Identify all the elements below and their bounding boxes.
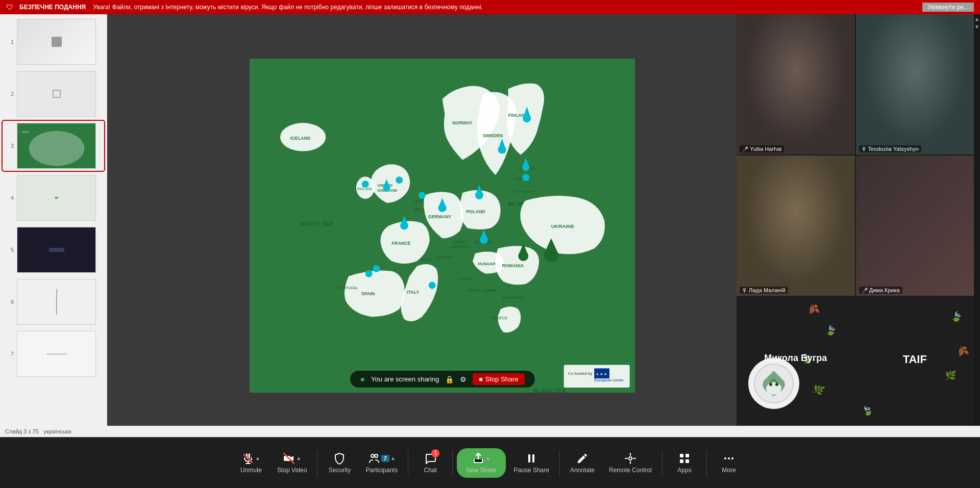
stop-video-icon-wrap: ▲ xyxy=(283,452,301,465)
unmute-caret[interactable]: ▲ xyxy=(255,455,260,461)
apps-label: Apps xyxy=(677,467,691,474)
chat-badge: 1 xyxy=(431,449,439,457)
video-tile-teodoziia: 🎙 Teodoziia Yatsyshyn xyxy=(856,14,974,155)
mic-off-icon xyxy=(242,452,254,465)
slide-thumb-7[interactable]: 7 xyxy=(3,329,104,379)
chat-button[interactable]: 1 Chat xyxy=(412,448,448,478)
participants-button[interactable]: 7 ▲ Participants xyxy=(359,448,404,478)
slide-preview-2 xyxy=(17,71,96,117)
svg-text:BULGARIA: BULGARIA xyxy=(503,295,524,300)
svg-rect-87 xyxy=(685,454,689,457)
annotate-icon xyxy=(576,452,589,465)
video-tile-lada: 🎙 Лада Маланій xyxy=(737,156,855,296)
svg-text:IRELAND: IRELAND xyxy=(357,187,373,191)
slide-number-6: 6 xyxy=(6,299,14,305)
video-caret[interactable]: ▲ xyxy=(296,455,301,461)
new-share-button[interactable]: ▲ New Share xyxy=(457,448,505,478)
slide-thumb-1[interactable]: 1 xyxy=(3,17,104,67)
apps-button[interactable]: Apps xyxy=(667,448,702,478)
svg-point-81 xyxy=(371,454,374,457)
video-feed-lada xyxy=(737,156,855,296)
main-content-area: NORTH SEA BALTIC SEA BLACK SEA MEDITERRA… xyxy=(107,14,737,437)
svg-text:PORTUGAL: PORTUGAL xyxy=(338,286,358,290)
svg-text:CZECH: CZECH xyxy=(452,240,464,244)
mute-icon-teodoziia: 🎙 xyxy=(862,146,867,152)
slides-sidebar: 1 2 3 xyxy=(0,14,107,437)
unmute-icon-wrap: ▲ xyxy=(242,452,260,465)
slide-number-7: 7 xyxy=(6,351,14,357)
slide-number-3: 3 xyxy=(6,143,14,149)
meeting-toolbar: ▲ Unmute ▲ Stop Video Security xyxy=(0,437,980,488)
svg-text:CROATIA: CROATIA xyxy=(457,277,473,281)
divider-6 xyxy=(706,450,707,476)
chat-label: Chat xyxy=(424,467,436,474)
scroll-down-arrow[interactable]: ▼ xyxy=(974,24,979,30)
mute-icon-yuliia: 🎤 xyxy=(742,146,748,152)
video-off-icon xyxy=(283,452,295,465)
svg-text:AUSTRIA: AUSTRIA xyxy=(437,255,453,259)
divider-2 xyxy=(408,450,408,476)
new-share-caret[interactable]: ▲ xyxy=(485,455,491,461)
svg-text:European Union: European Union xyxy=(594,378,623,382)
slide-thumb-5[interactable]: 5 xyxy=(3,225,104,275)
svg-text:SERBIA: SERBIA xyxy=(483,289,496,292)
stop-video-label: Stop Video xyxy=(277,467,307,474)
svg-text:UKRAINE: UKRAINE xyxy=(551,223,575,229)
stop-share-banner-button[interactable]: ■ Stop Share xyxy=(473,373,524,385)
svg-point-92 xyxy=(731,457,733,459)
remote-control-button[interactable]: Remote Control xyxy=(603,448,658,478)
settings-sharing-icon: ⚙ xyxy=(460,375,467,383)
stop-video-button[interactable]: ▲ Stop Video xyxy=(271,448,313,478)
europe-map-svg: NORTH SEA BALTIC SEA BLACK SEA MEDITERRA… xyxy=(250,59,635,393)
slide-thumb-4[interactable]: 4 🗺 xyxy=(3,173,104,223)
slides-panel: 1 2 3 xyxy=(0,14,107,437)
slide-number-1: 1 xyxy=(6,39,14,45)
pause-share-button[interactable]: Pause Share xyxy=(508,448,555,478)
svg-text:FRANCE: FRANCE xyxy=(391,241,410,246)
svg-point-85 xyxy=(629,457,632,460)
video-tile-mykola: 🍂 🍃 🍃 🌿 Микола Бугра 🎤 Мико xyxy=(737,297,855,437)
name-tile-mykola: Микола Бугра xyxy=(737,297,855,437)
pause-share-icon-wrap xyxy=(525,452,537,465)
remote-control-icon xyxy=(624,452,636,465)
svg-point-1 xyxy=(29,131,85,166)
sharing-banner: ● You are screen sharing 🔒 ⚙ ■ Stop Shar… xyxy=(350,371,534,388)
slide-thumb-3[interactable]: 3 MAP xyxy=(3,121,104,171)
unmute-button[interactable]: ▲ Unmute xyxy=(233,448,269,478)
participant-name-dima: 🎤 Дима Крика xyxy=(859,287,902,294)
warning-bar: 🛡 БЕЗПЕЧНЕ ПОДАННЯ Увага! Файли, отриман… xyxy=(0,0,980,14)
more-icon xyxy=(723,452,735,465)
slide-thumb-2[interactable]: 2 xyxy=(3,69,104,119)
svg-text:GREECE: GREECE xyxy=(491,316,507,320)
slide-number-2: 2 xyxy=(6,91,14,97)
annotate-label: Annotate xyxy=(570,467,595,474)
svg-point-82 xyxy=(375,454,378,457)
video-feed-dima xyxy=(856,156,974,296)
remote-control-icon-wrap xyxy=(624,452,636,465)
chat-icon-wrap: 1 xyxy=(424,452,436,465)
annotate-button[interactable]: Annotate xyxy=(564,448,601,478)
svg-text:NORWAY: NORWAY xyxy=(452,120,472,125)
more-button[interactable]: More xyxy=(711,448,747,478)
sharing-text: You are screen sharing xyxy=(371,375,439,383)
svg-text:SPAIN: SPAIN xyxy=(361,291,375,296)
svg-point-66 xyxy=(365,270,373,277)
video-tile-yuliia: 🎤 Yuliia Harhat xyxy=(737,14,855,155)
svg-text:REPUBLIC: REPUBLIC xyxy=(451,245,469,249)
participant-name-lada: 🎙 Лада Маланій xyxy=(740,287,788,294)
unmute-label: Unmute xyxy=(240,467,262,474)
name-tile-taif: TAIF xyxy=(856,297,974,437)
svg-text:SWITZ.: SWITZ. xyxy=(421,258,433,262)
enable-editing-button[interactable]: Увімкнути ре... xyxy=(922,3,974,12)
svg-point-51 xyxy=(396,176,403,184)
slide-thumb-6[interactable]: 6 xyxy=(3,277,104,327)
mute-icon-lada: 🎙 xyxy=(742,288,747,293)
scroll-up-arrow[interactable]: ▲ xyxy=(974,16,979,22)
sharing-indicator: ● xyxy=(360,375,365,384)
right-panel-scrollbar[interactable]: ▲ ▼ xyxy=(974,14,980,437)
mute-icon-dima: 🎤 xyxy=(862,288,868,293)
participants-caret[interactable]: ▲ xyxy=(390,455,396,461)
svg-rect-84 xyxy=(532,454,534,463)
svg-text:★ ★ ★: ★ ★ ★ xyxy=(596,372,607,376)
security-button[interactable]: Security xyxy=(322,448,357,478)
